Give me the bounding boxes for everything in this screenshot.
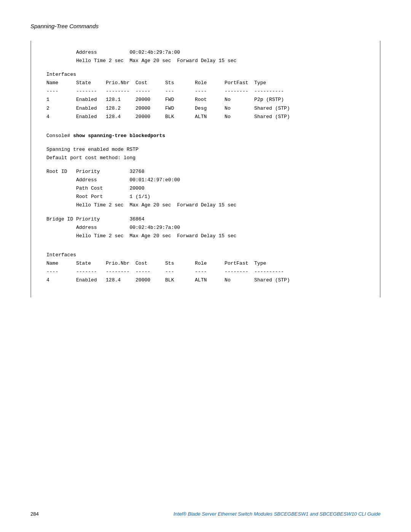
interfaces2-dashes: ---- ------- -------- ----- --- ---- ---… — [46, 268, 365, 276]
command-prompt: Console# — [46, 133, 73, 139]
interfaces1-row2: 2 Enabled 128.2 20000 FWD Desg No Shared… — [46, 104, 365, 113]
interfaces2-section: Interfaces Name State Prio.Nbr Cost Sts … — [46, 251, 365, 284]
footer-page-number: 284 — [30, 511, 39, 517]
root-id-priority: Root ID Priority 32768 — [46, 168, 365, 176]
page: Spanning-Tree Commands Address 00:02:4b:… — [0, 0, 411, 532]
page-title: Spanning-Tree Commands — [30, 23, 381, 29]
stp-line2: Default port cost method: long — [46, 154, 365, 162]
interfaces1-dashes: ---- ------- -------- ----- --- ---- ---… — [46, 87, 365, 96]
footer: 284 Intel® Blade Server Ethernet Switch … — [30, 511, 381, 517]
root-id-timing: Hello Time 2 sec Max Age 20 sec Forward … — [46, 201, 365, 209]
timing-line1: Hello Time 2 sec Max Age 20 sec Forward … — [46, 57, 365, 65]
interfaces1-row3: 4 Enabled 128.4 20000 BLK ALTN No Shared… — [46, 113, 365, 121]
root-id-rootport: Root Port 1 (1/1) — [46, 193, 365, 201]
address-line: Address 00:02:4b:29:7a:00 — [46, 48, 365, 57]
interfaces1-columns: Name State Prio.Nbr Cost Sts Role PortFa… — [46, 79, 365, 87]
section1-address: Address 00:02:4b:29:7a:00 Hello Time 2 s… — [46, 48, 365, 65]
command-line: Console# show spanning-tree blockedports — [46, 132, 365, 140]
content-box: Address 00:02:4b:29:7a:00 Hello Time 2 s… — [30, 41, 381, 297]
bridge-id-priority: Bridge ID Priority 36864 — [46, 215, 365, 224]
stp-line1: Spanning tree enabled mode RSTP — [46, 145, 365, 154]
interfaces2-columns: Name State Prio.Nbr Cost Sts Role PortFa… — [46, 259, 365, 268]
interfaces1-section: Interfaces Name State Prio.Nbr Cost Sts … — [46, 70, 365, 121]
interfaces2-label: Interfaces — [46, 251, 365, 259]
bridge-id-address: Address 00:02:4b:29:7a:00 — [46, 224, 365, 232]
footer-document-title: Intel® Blade Server Ethernet Switch Modu… — [174, 511, 381, 517]
root-id-section: Root ID Priority 32768 Address 00:01:42:… — [46, 168, 365, 209]
interfaces1-label: Interfaces — [46, 70, 365, 79]
interfaces1-row1: 1 Enabled 128.1 20000 FWD Root No P2p (R… — [46, 96, 365, 104]
bridge-id-timing: Hello Time 2 sec Max Age 20 sec Forward … — [46, 232, 365, 240]
interfaces2-row1: 4 Enabled 128.4 20000 BLK ALTN No Shared… — [46, 276, 365, 284]
root-id-pathcost: Path Cost 20000 — [46, 184, 365, 193]
bridge-id-section: Bridge ID Priority 36864 Address 00:02:4… — [46, 215, 365, 240]
command-text: show spanning-tree blockedports — [73, 133, 165, 139]
root-id-address: Address 00:01:42:97:e0:00 — [46, 176, 365, 184]
